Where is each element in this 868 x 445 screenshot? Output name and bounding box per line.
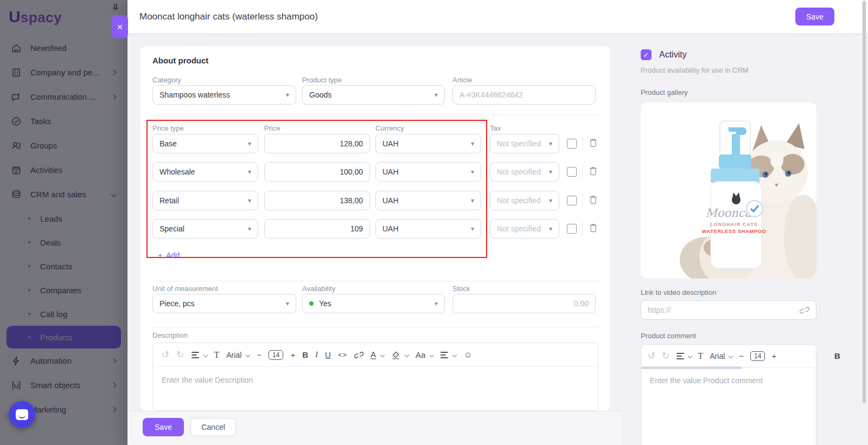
price-type-select[interactable]: Special▾ xyxy=(152,219,258,238)
price-input[interactable] xyxy=(271,167,363,176)
divider xyxy=(152,281,598,281)
text-style-icon[interactable]: T xyxy=(214,350,220,360)
italic-button[interactable]: I xyxy=(315,350,318,359)
price-field[interactable] xyxy=(264,134,370,153)
align-icon[interactable] xyxy=(676,353,684,359)
price-field[interactable] xyxy=(264,219,370,238)
cancel-button[interactable]: Cancel xyxy=(190,418,236,436)
product-modal: Mooncat longhair cats (waterless shampoo… xyxy=(127,0,868,445)
font-bigger-button[interactable]: + xyxy=(290,350,295,359)
save-button[interactable]: Save xyxy=(143,418,184,436)
undo-icon[interactable]: ↺ xyxy=(648,350,655,362)
link-icon[interactable] xyxy=(354,351,363,359)
currency-select[interactable]: UAH▾ xyxy=(375,191,481,210)
row-checkbox[interactable] xyxy=(567,196,577,205)
currency-select[interactable]: UAH▾ xyxy=(375,134,481,153)
caret-down-icon xyxy=(246,352,250,357)
close-button[interactable]: × xyxy=(112,15,128,38)
comment-editor: ↺ ↻ T Arial − 14 + B Enter the value Pro… xyxy=(641,344,816,445)
status-dot-icon xyxy=(309,301,314,306)
availability-label: Availability xyxy=(302,285,335,293)
gallery-label: Product gallery xyxy=(641,88,688,96)
price-type-select[interactable]: Base▾ xyxy=(152,134,258,153)
row-checkbox[interactable] xyxy=(567,139,577,149)
tax-select[interactable]: Not specified▾ xyxy=(490,219,559,238)
availability-select[interactable]: Yes▾ xyxy=(302,294,445,313)
underline-button[interactable]: U xyxy=(325,350,331,359)
tax-select[interactable]: Not specified▾ xyxy=(490,162,559,182)
emoji-icon[interactable]: ☺ xyxy=(463,350,472,360)
font-smaller-button[interactable]: − xyxy=(257,350,261,359)
dropdown-arrow-icon: ▾ xyxy=(549,225,552,233)
product-type-label: Product type xyxy=(302,76,342,84)
redo-icon[interactable]: ↻ xyxy=(662,350,669,362)
add-price-link[interactable]: + Add xyxy=(158,251,180,260)
article-input[interactable] xyxy=(459,91,589,99)
currency-select[interactable]: UAH▾ xyxy=(375,162,481,182)
case-button[interactable]: Aa xyxy=(416,350,425,359)
undo-icon[interactable]: ↺ xyxy=(162,349,169,360)
tax-select[interactable]: Not specified▾ xyxy=(490,191,559,210)
about-product-card: About product Category Product type Arti… xyxy=(141,46,610,411)
font-size-value[interactable]: 14 xyxy=(269,350,283,360)
font-bigger-button[interactable]: + xyxy=(771,351,776,360)
dropdown-arrow-icon: ▾ xyxy=(549,168,552,176)
tax-select[interactable]: Not specified▾ xyxy=(490,134,559,153)
font-smaller-button[interactable]: − xyxy=(739,351,744,360)
price-type-select[interactable]: Retail▾ xyxy=(152,191,258,210)
bold-button[interactable]: B xyxy=(302,350,308,359)
description-input[interactable]: Enter the value Description xyxy=(153,367,598,393)
divider xyxy=(582,137,583,151)
dropdown-arrow-icon: ▾ xyxy=(286,300,289,307)
dropdown-arrow-icon: ▾ xyxy=(435,300,438,307)
trash-icon[interactable] xyxy=(589,223,598,233)
text-color-button[interactable]: A xyxy=(371,351,376,359)
stock-input[interactable] xyxy=(459,299,589,308)
row-checkbox[interactable] xyxy=(567,224,577,234)
stock-field[interactable] xyxy=(452,294,596,313)
vertical-scrollbar[interactable] xyxy=(862,0,866,445)
price-field[interactable] xyxy=(264,191,370,210)
save-button-top[interactable]: Save xyxy=(795,8,834,25)
font-select[interactable]: Arial xyxy=(710,352,725,360)
bold-button[interactable]: B xyxy=(834,351,840,360)
chat-launcher-button[interactable] xyxy=(9,401,35,428)
scrollbar-thumb[interactable] xyxy=(863,1,866,403)
align-icon[interactable] xyxy=(441,352,448,358)
article-field[interactable] xyxy=(452,85,596,105)
redo-icon[interactable]: ↻ xyxy=(176,349,184,360)
unit-select[interactable]: Piece, pcs▾ xyxy=(152,294,296,313)
modal-backdrop[interactable] xyxy=(0,0,127,445)
align-icon[interactable] xyxy=(192,352,199,358)
code-button[interactable]: <> xyxy=(338,351,347,359)
editor-toolbar: ↺ ↻ T Arial − 14 + B I U <> A Aa xyxy=(153,343,598,367)
product-type-select[interactable]: Goods▾ xyxy=(302,85,445,105)
product-gallery-image[interactable]: Mooncat LONGHAIR CATS WATERLESS SHAMPOO xyxy=(641,102,816,279)
video-link-input[interactable] xyxy=(648,306,800,314)
price-input[interactable] xyxy=(271,224,363,233)
toolbar-scrollbar[interactable] xyxy=(641,366,742,369)
caret-down-icon xyxy=(687,353,692,358)
activity-checkbox[interactable]: ✓ xyxy=(641,49,652,60)
trash-icon[interactable] xyxy=(589,195,598,205)
font-select[interactable]: Arial xyxy=(226,351,241,359)
trash-icon[interactable] xyxy=(589,166,598,176)
price-field[interactable] xyxy=(264,162,370,182)
caret-down-icon xyxy=(405,352,409,357)
category-select[interactable]: Shampoos waterless▾ xyxy=(152,85,296,105)
comment-input[interactable]: Enter the value Product comment xyxy=(641,367,816,394)
caret-down-icon xyxy=(380,352,385,357)
price-input[interactable] xyxy=(271,196,363,205)
price-type-select[interactable]: Wholesale▾ xyxy=(152,162,258,182)
video-link-field[interactable] xyxy=(641,300,816,320)
price-header: Price xyxy=(264,124,280,132)
dropdown-arrow-icon: ▾ xyxy=(471,140,474,147)
trash-icon[interactable] xyxy=(589,138,598,148)
dropdown-arrow-icon: ▾ xyxy=(286,91,289,99)
price-input[interactable] xyxy=(271,139,363,148)
fill-color-icon[interactable] xyxy=(391,350,400,359)
text-style-icon[interactable]: T xyxy=(698,351,704,361)
currency-select[interactable]: UAH▾ xyxy=(375,219,481,238)
row-checkbox[interactable] xyxy=(567,167,577,177)
font-size-value[interactable]: 14 xyxy=(750,351,765,361)
